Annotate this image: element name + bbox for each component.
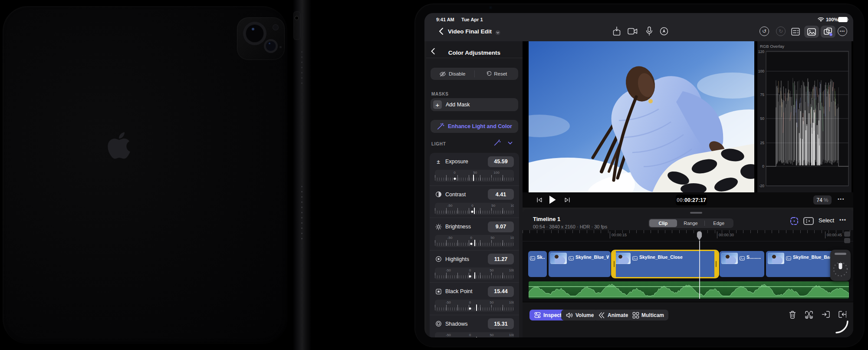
mode-range[interactable]: Range xyxy=(677,219,705,227)
slider-tick-label: 100 xyxy=(509,268,514,272)
viewer-zoom-control[interactable]: 74 % xyxy=(813,195,832,205)
timeline-clip[interactable]: Skyline_Blue_Close xyxy=(612,251,718,277)
ruler-scroll-button[interactable] xyxy=(844,231,850,237)
slider-value-line[interactable] xyxy=(476,304,477,311)
disable-button[interactable]: Disable xyxy=(431,71,474,77)
media-panel-icon[interactable] xyxy=(804,26,819,38)
project-title[interactable]: Video Final Edit xyxy=(448,28,492,35)
video-camera-icon[interactable] xyxy=(628,27,638,35)
adjustment-label: Highlights xyxy=(445,256,484,262)
jog-wheel[interactable] xyxy=(830,250,851,281)
adjustment-slider[interactable]: -50050100 xyxy=(435,235,514,247)
chevron-down-icon[interactable] xyxy=(495,30,501,36)
overwrite-icon[interactable] xyxy=(821,310,831,319)
wifi-icon xyxy=(818,17,824,22)
adjustment-slider[interactable]: -50050100 xyxy=(435,203,514,215)
effects-panel-icon[interactable] xyxy=(821,26,835,38)
timeline-clip[interactable]: Sk....... xyxy=(528,251,547,277)
audio-waveform-strip[interactable] xyxy=(529,281,849,299)
light-auto-wand-icon[interactable] xyxy=(493,139,501,146)
adjustment-slider[interactable]: -50050100 xyxy=(435,267,514,280)
eye-off-icon xyxy=(439,71,446,77)
slider-value-line[interactable] xyxy=(474,272,475,279)
slider-tick-label: 0 xyxy=(454,171,455,175)
playhead-handle[interactable] xyxy=(696,231,703,241)
timeline-clip[interactable]: S......... xyxy=(720,251,764,277)
adjustment-row: Brightness9.07-50050100 xyxy=(430,218,519,250)
select-tool-label[interactable]: Select xyxy=(819,217,834,224)
undo-icon[interactable]: ↺ xyxy=(760,26,769,36)
skip-back-icon[interactable] xyxy=(536,197,542,203)
magnetic-timeline-icon[interactable] xyxy=(789,216,799,226)
slider-tick-label: -50 xyxy=(446,333,451,337)
more-icon[interactable]: ••• xyxy=(838,26,847,36)
light-adjustments-card: ±Exposure45.59050100Contrast4.41-5005010… xyxy=(430,153,519,337)
slider-tick-label: 50 xyxy=(490,268,494,272)
magic-wand-icon xyxy=(437,122,444,130)
viewer-more-icon[interactable]: ••• xyxy=(838,196,845,201)
playhead-line[interactable] xyxy=(699,241,700,299)
light-collapse-chevron-icon[interactable] xyxy=(507,140,513,146)
ruler-scroll-button[interactable] xyxy=(844,238,850,243)
mode-clip[interactable]: Clip xyxy=(649,219,677,227)
animate-button[interactable]: Animate xyxy=(594,310,632,320)
camera-lens-icon xyxy=(243,22,266,45)
timeline-ruler[interactable]: 00:00:1500:00:3000:00:45 xyxy=(523,230,853,241)
jog-grip[interactable] xyxy=(835,253,846,255)
slider-value-line[interactable] xyxy=(474,240,475,246)
volume-button[interactable]: Volume xyxy=(561,310,598,320)
timeline-clip[interactable]: Skyline_Blue_Wide xyxy=(549,251,611,277)
add-mask-button[interactable]: + Add Mask xyxy=(431,98,518,111)
reset-label: Reset xyxy=(494,71,507,76)
adjustment-slider[interactable]: -50050100 xyxy=(435,300,514,312)
reset-button[interactable]: Reset xyxy=(475,71,519,77)
sheet-drag-handle[interactable] xyxy=(690,212,702,214)
pointer-icon[interactable] xyxy=(660,27,668,36)
camera-lens-icon xyxy=(264,39,278,53)
timecode-display[interactable]: 00:00:27:17 xyxy=(676,195,707,205)
scope-tick-label: 25 xyxy=(757,141,764,145)
microphone-icon[interactable] xyxy=(646,26,653,36)
trim-handle-left[interactable] xyxy=(612,251,616,277)
speaker-icon xyxy=(566,312,573,319)
slider-zero-dot xyxy=(469,275,471,277)
import-media-icon[interactable] xyxy=(612,26,621,36)
skip-forward-icon[interactable] xyxy=(564,197,570,203)
adjustment-value[interactable]: 4.41 xyxy=(488,189,514,200)
enhance-button[interactable]: Enhance Light and Color xyxy=(431,120,518,133)
adjustment-slider[interactable]: 050100 xyxy=(435,170,514,182)
back-chevron-icon[interactable] xyxy=(437,27,446,36)
storyline-icon[interactable] xyxy=(803,216,814,226)
scope-waveform xyxy=(757,41,852,192)
browser-panel-icon[interactable] xyxy=(788,26,803,38)
adjustment-slider[interactable]: -50050100 xyxy=(435,332,514,338)
add-mask-label: Add Mask xyxy=(446,102,470,108)
color-adjustments-panel: Color Adjustments Disable xyxy=(426,41,523,337)
animate-label: Animate xyxy=(608,312,628,318)
redo-icon[interactable]: ↻ xyxy=(776,26,786,36)
camera-flash-icon xyxy=(273,24,279,30)
adjustment-value[interactable]: 15.44 xyxy=(488,286,514,297)
top-chrome: 9:41 AM Tue Apr 1 100% Video Final Edit xyxy=(424,13,853,41)
edge-speaker-holes xyxy=(301,186,302,242)
ruler-timecode-label: 00:00:15 xyxy=(610,231,627,238)
slider-value-line[interactable] xyxy=(473,175,474,181)
trim-handle-right[interactable] xyxy=(714,251,718,277)
adjustment-value[interactable]: 45.59 xyxy=(488,156,514,167)
slider-value-line[interactable] xyxy=(476,337,477,338)
blade-cut-icon[interactable] xyxy=(804,310,814,320)
play-icon[interactable] xyxy=(549,195,556,205)
multicam-button[interactable]: Multicam xyxy=(628,310,668,320)
inspect-button[interactable]: Inspect xyxy=(529,310,566,320)
timeline-more-icon[interactable]: ••• xyxy=(839,217,846,223)
mode-edge[interactable]: Edge xyxy=(705,219,733,227)
front-camera-icon xyxy=(489,6,492,9)
adjustment-label: Contrast xyxy=(445,192,484,198)
delete-icon[interactable] xyxy=(788,310,797,320)
slider-value-line[interactable] xyxy=(474,208,475,214)
adjustment-value[interactable]: 15.31 xyxy=(488,318,514,329)
connect-clip-icon[interactable] xyxy=(838,310,847,319)
scope-tick-label: 75 xyxy=(757,92,764,97)
adjustment-value[interactable]: 11.27 xyxy=(488,254,514,264)
adjustment-value[interactable]: 9.07 xyxy=(488,221,514,232)
